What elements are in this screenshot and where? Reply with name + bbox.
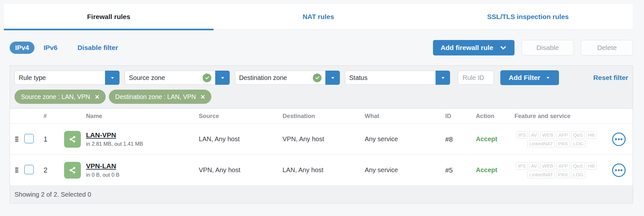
add-filter-label: Add Filter — [509, 74, 540, 82]
row-menu-icon[interactable] — [612, 163, 626, 177]
rule-id-input[interactable] — [458, 71, 494, 85]
destination-zone-chip-label: Destination zone : LAN, VPN — [115, 93, 196, 101]
remove-filter-icon[interactable] — [200, 94, 206, 100]
filter-applied-check-icon — [203, 74, 211, 82]
feature-badge: APP — [556, 131, 570, 139]
rule-type-dropdown-label: Rule type — [19, 74, 101, 82]
rule-name-link[interactable]: LAN-VPN — [86, 131, 116, 139]
feature-badge: HB — [586, 131, 597, 139]
status-dropdown[interactable]: Status — [345, 71, 450, 85]
feature-badge: LOG — [571, 171, 585, 178]
rule-traffic: in 0 B, out 0 B — [86, 172, 192, 178]
ipv4-toggle[interactable]: IPv4 — [10, 42, 34, 54]
col-name: Name — [86, 113, 192, 120]
destination-zone-dropdown-label: Destination zone — [239, 74, 313, 82]
table-header: # Name Source Destination What ID Action… — [10, 109, 633, 124]
feature-badge: IPS — [516, 131, 528, 139]
feature-badge: PRX — [556, 171, 570, 178]
destination-zone-dropdown-box: Destination zone — [235, 71, 325, 85]
destination-zone-filter-chip: Destination zone : LAN, VPN — [109, 90, 211, 104]
rule-type-dropdown-box: Rule type — [14, 71, 105, 85]
chevron-down-icon — [500, 44, 507, 51]
col-id: ID — [439, 113, 469, 120]
toolbar: IPv4 IPv6 Disable filter Add firewall ru… — [10, 40, 633, 55]
drag-handle-icon[interactable] — [10, 168, 22, 172]
feature-badge: IPS — [516, 162, 528, 170]
chevron-down-icon — [330, 75, 336, 81]
col-source: Source — [192, 113, 276, 120]
source-zone-dropdown[interactable]: Source zone — [125, 71, 230, 85]
rule-what: Any service — [358, 135, 439, 143]
col-action: Action — [469, 113, 508, 120]
destination-zone-dropdown-button[interactable] — [325, 71, 340, 85]
row-checkbox[interactable] — [24, 165, 34, 174]
col-destination: Destination — [276, 113, 358, 120]
rule-action: Accept — [469, 135, 508, 143]
chevron-down-icon — [110, 75, 115, 81]
feature-badge: APP — [556, 162, 570, 170]
col-number: # — [41, 113, 63, 120]
feature-badges: IPS AV WEB APP QoS HB LinkedNAT PRX LOG — [511, 131, 601, 147]
feature-badge: QoS — [571, 162, 585, 170]
filter-bar: Rule type Source zone — [10, 66, 633, 85]
add-firewall-rule-label: Add firewall rule — [441, 44, 493, 52]
feature-badge: QoS — [571, 131, 585, 139]
chevron-down-icon — [220, 75, 226, 81]
feature-badge: AV — [529, 131, 539, 139]
filter-applied-check-icon — [313, 74, 322, 82]
reset-filter-link[interactable]: Reset filter — [593, 74, 628, 82]
row-menu-icon[interactable] — [612, 133, 626, 146]
network-share-icon — [64, 162, 81, 179]
drag-handle-icon[interactable] — [10, 137, 22, 142]
rules-panel: Rule type Source zone — [10, 65, 633, 203]
add-filter-button[interactable]: Add Filter — [500, 70, 559, 85]
feature-badge: LinkedNAT — [527, 140, 555, 147]
status-dropdown-box: Status — [345, 71, 436, 85]
tab-ssl-tls-inspection-rules[interactable]: SSL/TLS inspection rules — [423, 4, 633, 29]
feature-badges: IPS AV WEB APP QoS HB LinkedNAT PRX LOG — [511, 162, 601, 178]
rule-type-dropdown-button[interactable] — [105, 71, 120, 85]
feature-badge: WEB — [540, 131, 555, 139]
disable-filter-link[interactable]: Disable filter — [77, 44, 118, 52]
feature-badge: HB — [586, 162, 597, 170]
row-number: 2 — [41, 166, 63, 174]
chevron-down-icon — [545, 75, 551, 80]
feature-badge: WEB — [540, 162, 555, 170]
rule-what: Any service — [358, 166, 439, 174]
status-dropdown-button[interactable] — [436, 71, 450, 85]
feature-badge: AV — [529, 162, 539, 170]
row-checkbox[interactable] — [24, 134, 34, 143]
disable-button[interactable]: Disable — [522, 40, 574, 55]
remove-filter-icon[interactable] — [94, 94, 100, 100]
feature-badge: LOG — [571, 140, 585, 147]
add-firewall-rule-button[interactable]: Add firewall rule — [433, 40, 514, 55]
tab-bar: Firewall rules NAT rules SSL/TLS inspect… — [4, 4, 633, 30]
feature-badge: PRX — [556, 140, 570, 147]
table-footer: Showing 2 of 2. Selected 0 — [10, 186, 633, 203]
rule-type-dropdown[interactable]: Rule type — [14, 71, 120, 85]
rule-name-link[interactable]: VPN-LAN — [86, 162, 116, 170]
status-dropdown-label: Status — [349, 74, 432, 82]
table-footer-text: Showing 2 of 2. Selected 0 — [14, 191, 91, 198]
network-share-icon — [64, 131, 81, 148]
source-zone-chip-label: Source zone : LAN, VPN — [21, 93, 90, 101]
rule-traffic: in 2.81 MB, out 1.41 MB — [86, 141, 192, 147]
source-zone-dropdown-button[interactable] — [215, 71, 230, 85]
tab-nat-rules[interactable]: NAT rules — [214, 4, 423, 29]
tab-firewall-rules[interactable]: Firewall rules — [4, 4, 214, 29]
source-zone-filter-chip: Source zone : LAN, VPN — [14, 90, 106, 104]
rule-id: #8 — [439, 135, 469, 143]
ipv6-toggle[interactable]: IPv6 — [43, 44, 57, 52]
rule-destination: LAN, Any host — [276, 166, 358, 174]
chevron-down-icon — [440, 75, 446, 81]
table-row: 2 VPN-LAN in 0 B, out 0 B VPN, Any host … — [10, 155, 633, 186]
table-row: 1 LAN-VPN in 2.81 MB, out 1.41 MB LAN, A… — [10, 124, 633, 155]
rule-source: VPN, Any host — [192, 166, 276, 174]
source-zone-dropdown-label: Source zone — [129, 74, 203, 82]
delete-button[interactable]: Delete — [581, 40, 633, 55]
destination-zone-dropdown[interactable]: Destination zone — [235, 71, 340, 85]
source-zone-dropdown-box: Source zone — [125, 71, 215, 85]
row-number: 1 — [41, 135, 63, 143]
col-features: Feature and service — [508, 113, 605, 120]
rule-id: #5 — [439, 166, 469, 174]
